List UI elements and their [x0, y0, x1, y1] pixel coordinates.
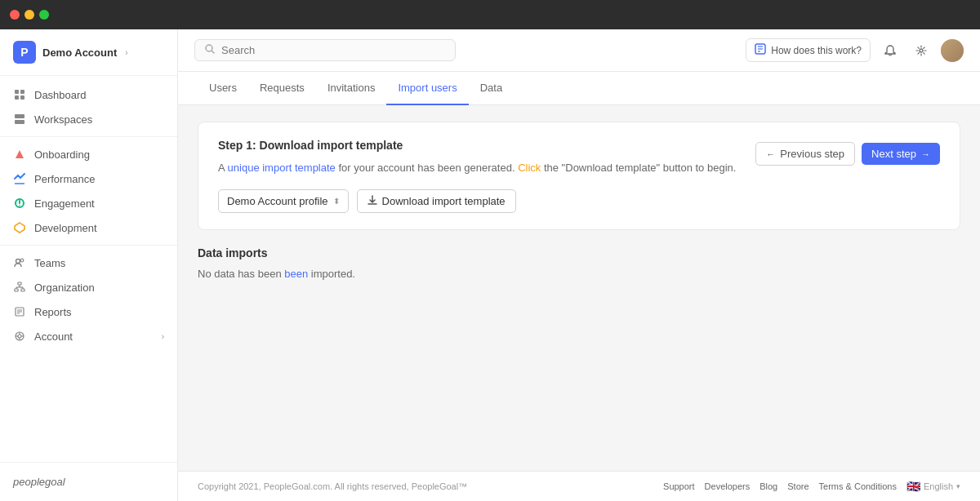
next-button-label: Next step	[871, 148, 916, 160]
click-text: Click	[518, 162, 541, 174]
step1-card: Step 1: Download import template A uniqu…	[198, 122, 960, 230]
maximize-dot[interactable]	[39, 10, 49, 20]
svg-rect-5	[15, 120, 24, 124]
how-does-this-work-button[interactable]: How does this work?	[746, 38, 871, 62]
sidebar-item-engagement[interactable]: Engagement	[0, 191, 177, 215]
svg-point-10	[20, 259, 24, 262]
svg-point-9	[16, 259, 20, 264]
download-icon	[368, 195, 377, 207]
search-input[interactable]	[221, 44, 445, 56]
next-arrow-icon: →	[921, 149, 930, 159]
svg-rect-13	[21, 289, 24, 291]
account-chevron: ›	[162, 332, 164, 341]
no-data-text: No data has been been imported.	[198, 268, 960, 280]
dashboard-label: Dashboard	[34, 89, 87, 101]
footer-links: Support Developers Blog Store Terms & Co…	[663, 480, 960, 493]
tab-users[interactable]: Users	[198, 72, 248, 105]
tab-data[interactable]: Data	[469, 72, 514, 105]
data-imports-title: Data imports	[198, 246, 960, 259]
avatar[interactable]	[941, 39, 964, 62]
step1-header-row: Step 1: Download import template A uniqu…	[218, 139, 940, 213]
help-icon	[755, 43, 766, 57]
data-imports-section: Data imports No data has been been impor…	[198, 246, 960, 280]
footer-link-support[interactable]: Support	[663, 481, 695, 491]
svg-point-28	[206, 45, 212, 51]
svg-rect-12	[15, 289, 18, 291]
download-template-button[interactable]: Download import template	[357, 189, 516, 213]
notifications-button[interactable]	[879, 39, 902, 62]
sidebar-footer: peoplegoal	[0, 462, 177, 501]
reports-icon	[13, 305, 26, 318]
language-selector[interactable]: 🇬🇧 English ▾	[906, 480, 960, 493]
sidebar-item-teams[interactable]: Teams	[0, 250, 177, 275]
sidebar-header[interactable]: P Demo Account ›	[0, 29, 177, 76]
import-template-link[interactable]: unique import template	[228, 162, 336, 174]
sidebar-item-onboarding[interactable]: Onboarding	[0, 142, 177, 166]
lang-chevron-icon: ▾	[956, 482, 960, 490]
svg-point-23	[18, 335, 21, 338]
workspaces-label: Workspaces	[34, 113, 92, 126]
profile-select[interactable]: Demo Account profile ⬍	[218, 189, 349, 213]
performance-icon	[13, 172, 26, 185]
tab-import-users[interactable]: Import users	[386, 72, 468, 105]
step1-description: A unique import template for your accoun…	[218, 160, 742, 176]
sidebar-item-dashboard[interactable]: Dashboard	[0, 82, 177, 107]
account-icon	[13, 330, 26, 343]
svg-line-29	[212, 51, 215, 54]
footer-link-developers[interactable]: Developers	[705, 481, 751, 491]
svg-point-34	[920, 49, 923, 52]
step1-actions: Demo Account profile ⬍ Download import t…	[218, 189, 742, 213]
step1-content: Step 1: Download import template A uniqu…	[218, 139, 742, 213]
development-label: Development	[34, 222, 97, 234]
app-container: P Demo Account › Dashboard Workspaces	[0, 29, 980, 501]
been-highlight: been	[284, 268, 308, 280]
sidebar-item-organization[interactable]: Organization	[0, 275, 177, 299]
sidebar-item-account[interactable]: Account ›	[0, 324, 177, 348]
account-chevron: ›	[125, 48, 127, 57]
account-name: Demo Account	[42, 47, 117, 59]
performance-label: Performance	[34, 173, 95, 185]
profile-select-label: Demo Account profile	[227, 195, 328, 207]
organization-icon	[13, 281, 26, 294]
brand-logo: P	[13, 41, 36, 64]
workspaces-icon	[13, 113, 26, 126]
minimize-dot[interactable]	[24, 10, 34, 20]
onboarding-icon	[13, 148, 26, 161]
topbar-right: How does this work?	[746, 38, 964, 62]
sidebar-item-development[interactable]: Development	[0, 215, 177, 240]
how-button-label: How does this work?	[771, 45, 862, 56]
prev-button-label: Previous step	[780, 148, 844, 160]
next-step-button[interactable]: Next step →	[862, 143, 940, 165]
sidebar-nav: Dashboard Workspaces Onboarding Perfor	[0, 76, 177, 462]
footer-link-terms[interactable]: Terms & Conditions	[819, 481, 897, 491]
settings-button[interactable]	[910, 39, 933, 62]
development-icon	[13, 221, 26, 234]
search-box[interactable]	[194, 39, 456, 61]
sidebar-item-reports[interactable]: Reports	[0, 299, 177, 324]
nav-divider-2	[0, 245, 177, 246]
onboarding-label: Onboarding	[34, 149, 90, 161]
titlebar	[0, 0, 980, 29]
account-label: Account	[34, 330, 73, 343]
tab-requests[interactable]: Requests	[248, 72, 316, 105]
close-dot[interactable]	[10, 10, 20, 20]
previous-step-button[interactable]: ← Previous step	[755, 142, 855, 166]
flag-icon: 🇬🇧	[906, 480, 920, 493]
organization-label: Organization	[34, 282, 95, 294]
svg-point-8	[19, 205, 20, 206]
download-button-label: Download import template	[382, 195, 506, 207]
sidebar-item-workspaces[interactable]: Workspaces	[0, 107, 177, 131]
sidebar-item-performance[interactable]: Performance	[0, 166, 177, 191]
svg-rect-4	[15, 114, 24, 118]
copyright-text: Copyright 2021, PeopleGoal.com. All righ…	[198, 481, 467, 491]
footer-link-store[interactable]: Store	[787, 481, 808, 491]
footer-link-blog[interactable]: Blog	[760, 481, 777, 491]
nav-divider-1	[0, 136, 177, 137]
svg-rect-11	[18, 282, 21, 285]
svg-rect-0	[15, 90, 19, 94]
reports-label: Reports	[34, 306, 72, 318]
profile-select-chevrons: ⬍	[333, 197, 340, 206]
tab-invitations[interactable]: Invitations	[316, 72, 387, 105]
step1-title: Step 1: Download import template	[218, 139, 742, 152]
svg-rect-3	[20, 95, 24, 100]
